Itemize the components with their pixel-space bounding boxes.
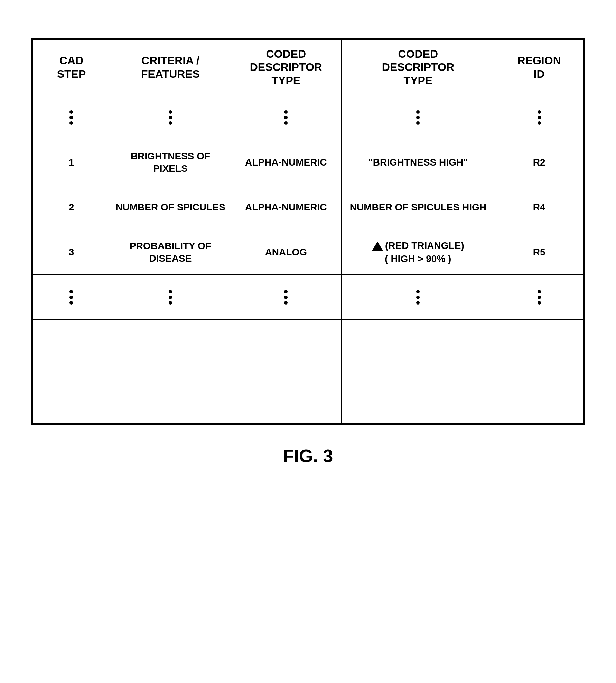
cell-coded1-2: ALPHA-NUMERIC: [231, 185, 341, 230]
empty-cell-1: [33, 320, 110, 423]
cell-region-2: R4: [495, 185, 583, 230]
dots-row-1: [33, 95, 583, 140]
cell-cad-3: 3: [33, 230, 110, 275]
dots-cell-coded1-2: [231, 275, 341, 320]
header-cad-step: CAD STEP: [33, 39, 110, 95]
dots-cell-coded1-1: [231, 95, 341, 140]
cell-coded1-1: ALPHA-NUMERIC: [231, 140, 341, 185]
cell-criteria-2: NUMBER OF SPICULES: [110, 185, 231, 230]
table-wrapper: CAD STEP CRITERIA / FEATURES CODED DESCR…: [31, 38, 585, 425]
dots-cell-coded2-1: [341, 95, 495, 140]
dots-cell-coded2-2: [341, 275, 495, 320]
cell-coded2-2: NUMBER OF SPICULES HIGH: [341, 185, 495, 230]
dots-cell-criteria-2: [110, 275, 231, 320]
data-row-3: 3 PROBABILITY OF DISEASE ANALOG (RED TRI…: [33, 230, 583, 275]
empty-cell-3: [231, 320, 341, 423]
page-container: CAD STEP CRITERIA / FEATURES CODED DESCR…: [0, 14, 616, 683]
cell-coded2-3: (RED TRIANGLE)( HIGH > 90% ): [341, 230, 495, 275]
header-region-id: REGION ID: [495, 39, 583, 95]
triangle-icon: [372, 242, 383, 251]
header-row: CAD STEP CRITERIA / FEATURES CODED DESCR…: [33, 39, 583, 95]
cell-cad-2: 2: [33, 185, 110, 230]
empty-cell-5: [495, 320, 583, 423]
figure-label: FIG. 3: [283, 446, 333, 466]
cell-coded2-1: "BRIGHTNESS HIGH": [341, 140, 495, 185]
header-criteria-features: CRITERIA / FEATURES: [110, 39, 231, 95]
data-row-1: 1 BRIGHTNESS OF PIXELS ALPHA-NUMERIC "BR…: [33, 140, 583, 185]
cell-region-1: R2: [495, 140, 583, 185]
empty-cell-2: [110, 320, 231, 423]
dots-cell-region-1: [495, 95, 583, 140]
dots-row-2: [33, 275, 583, 320]
dots-cell-cad-2: [33, 275, 110, 320]
header-coded-descriptor-type1: CODED DESCRIPTOR TYPE: [231, 39, 341, 95]
cell-region-3: R5: [495, 230, 583, 275]
data-row-2: 2 NUMBER OF SPICULES ALPHA-NUMERIC NUMBE…: [33, 185, 583, 230]
main-table: CAD STEP CRITERIA / FEATURES CODED DESCR…: [32, 39, 584, 424]
header-coded-descriptor-type2: CODED DESCRIPTOR TYPE: [341, 39, 495, 95]
cell-cad-1: 1: [33, 140, 110, 185]
empty-row: [33, 320, 583, 423]
dots-cell-cad-1: [33, 95, 110, 140]
cell-coded1-3: ANALOG: [231, 230, 341, 275]
dots-cell-region-2: [495, 275, 583, 320]
empty-cell-4: [341, 320, 495, 423]
dots-cell-criteria-1: [110, 95, 231, 140]
cell-criteria-3: PROBABILITY OF DISEASE: [110, 230, 231, 275]
cell-criteria-1: BRIGHTNESS OF PIXELS: [110, 140, 231, 185]
